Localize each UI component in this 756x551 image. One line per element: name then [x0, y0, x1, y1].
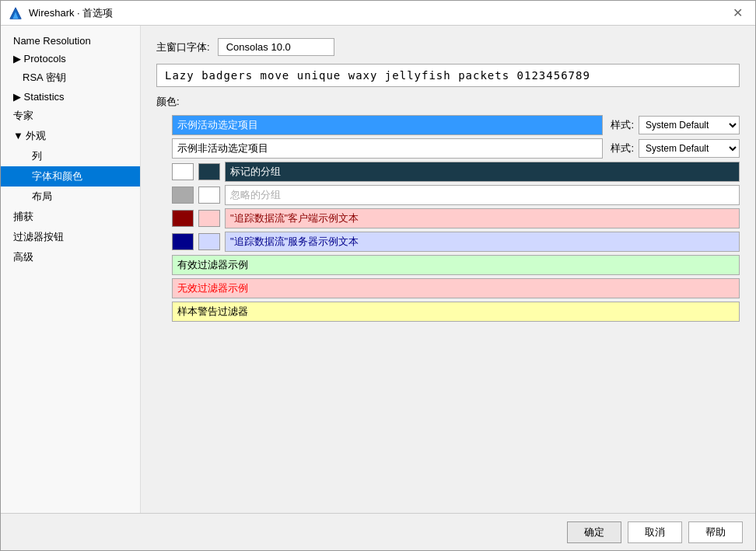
close-button[interactable]: ✕ — [728, 4, 747, 22]
sidebar-item-layout[interactable]: 布局 — [1, 187, 140, 207]
sidebar-item-rsa-key[interactable]: RSA 密钥 — [1, 68, 140, 88]
color-rows-container: 示例活动选定项目样式:System Default示例非活动选定项目样式:Sys… — [172, 115, 740, 322]
sidebar: Name Resolution▶ ProtocolsRSA 密钥▶ Statis… — [1, 26, 141, 513]
color-row-text-marked-packet: 标记的分组 — [225, 162, 740, 182]
color-row-text-inactive-selected: 示例非活动选定项目 — [172, 138, 603, 159]
style-select-inactive-selected[interactable]: System Default — [639, 139, 740, 158]
color-row-marked-packet: 标记的分组 — [172, 162, 740, 182]
fg-swatch-ignored-packet[interactable] — [172, 187, 194, 204]
font-label: 主窗口字体: — [156, 40, 210, 54]
color-row-text-warning-filter: 样本警告过滤器 — [172, 302, 740, 322]
bg-swatch-server-stream[interactable] — [198, 233, 220, 250]
color-row-text-active-selected: 示例活动选定项目 — [172, 115, 603, 135]
color-row-client-stream: "追踪数据流"客户端示例文本 — [172, 208, 740, 228]
color-row-invalid-filter: 无效过滤器示例 — [172, 278, 740, 298]
title-bar: Wireshark · 首选项 ✕ — [1, 1, 755, 26]
font-row: 主窗口字体: Consolas 10.0 — [156, 38, 740, 56]
color-row-server-stream: "追踪数据流"服务器示例文本 — [172, 232, 740, 252]
content-area: Name Resolution▶ ProtocolsRSA 密钥▶ Statis… — [1, 26, 755, 513]
wireshark-icon — [9, 6, 23, 20]
color-row-text-ignored-packet: 忽略的分组 — [225, 185, 740, 205]
bg-swatch-ignored-packet[interactable] — [198, 187, 220, 204]
color-row-text-client-stream: "追踪数据流"客户端示例文本 — [225, 208, 740, 228]
help-button[interactable]: 帮助 — [688, 521, 743, 543]
sidebar-item-appearance[interactable]: ▼ 外观 — [1, 126, 140, 146]
style-select-active-selected[interactable]: System Default — [639, 116, 740, 134]
sidebar-item-protocols[interactable]: ▶ Protocols — [1, 50, 140, 68]
sidebar-item-expert[interactable]: 专家 — [1, 106, 140, 126]
color-row-ignored-packet: 忽略的分组 — [172, 185, 740, 205]
color-row-valid-filter: 有效过滤器示例 — [172, 255, 740, 275]
style-label-inactive-selected: 样式: — [611, 141, 634, 155]
color-row-warning-filter: 样本警告过滤器 — [172, 302, 740, 322]
sample-text: Lazy badgers move unique waxy jellyfish … — [156, 64, 740, 87]
ok-button[interactable]: 确定 — [567, 521, 621, 543]
color-row-active-selected: 示例活动选定项目样式:System Default — [172, 115, 740, 135]
color-row-text-valid-filter: 有效过滤器示例 — [172, 255, 740, 275]
sidebar-item-capture[interactable]: 捕获 — [1, 207, 140, 227]
sidebar-item-name-resolution[interactable]: Name Resolution — [1, 32, 140, 50]
bg-swatch-client-stream[interactable] — [198, 210, 220, 227]
color-row-inactive-selected: 示例非活动选定项目样式:System Default — [172, 138, 740, 159]
sidebar-item-statistics[interactable]: ▶ Statistics — [1, 88, 140, 106]
color-row-text-server-stream: "追踪数据流"服务器示例文本 — [225, 232, 740, 252]
sidebar-item-font-colors[interactable]: 字体和颜色 — [1, 166, 140, 187]
fg-swatch-marked-packet[interactable] — [172, 163, 194, 180]
window-title: Wireshark · 首选项 — [29, 6, 113, 20]
title-bar-left: Wireshark · 首选项 — [9, 6, 113, 20]
sidebar-item-columns[interactable]: 列 — [1, 146, 140, 166]
bottom-bar: 确定 取消 帮助 — [1, 513, 755, 550]
cancel-button[interactable]: 取消 — [628, 521, 682, 543]
sidebar-item-advanced[interactable]: 高级 — [1, 247, 140, 267]
font-value[interactable]: Consolas 10.0 — [218, 38, 334, 56]
bg-swatch-marked-packet[interactable] — [198, 163, 220, 180]
style-label-active-selected: 样式: — [611, 118, 634, 132]
fg-swatch-server-stream[interactable] — [172, 233, 194, 250]
sidebar-item-filter-buttons[interactable]: 过滤器按钮 — [1, 227, 140, 247]
colors-label: 颜色: — [156, 95, 740, 109]
preferences-window: Wireshark · 首选项 ✕ Name Resolution▶ Proto… — [0, 0, 756, 551]
main-panel: 主窗口字体: Consolas 10.0 Lazy badgers move u… — [141, 26, 755, 513]
color-row-text-invalid-filter: 无效过滤器示例 — [172, 278, 740, 298]
fg-swatch-client-stream[interactable] — [172, 210, 194, 227]
